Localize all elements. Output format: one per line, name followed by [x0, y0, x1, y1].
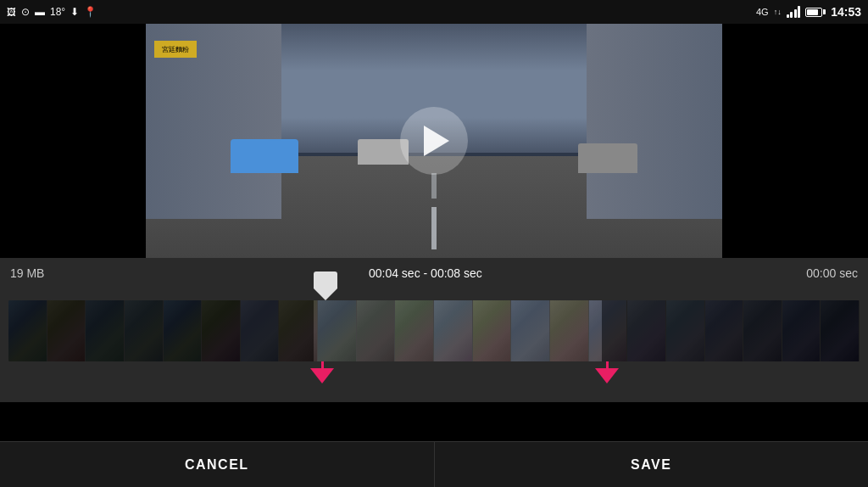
signal-bars-icon [787, 6, 801, 18]
qr-icon: ⊙ [21, 6, 30, 18]
film-frame [705, 300, 744, 361]
playhead-head [314, 271, 337, 288]
photo-icon: 🖼 [7, 7, 16, 17]
film-frame [279, 300, 318, 361]
bottom-bar: CANCEL SAVE [0, 441, 868, 487]
line-icon: ▬ [35, 6, 45, 18]
film-frame [47, 300, 86, 361]
status-time: 14:53 [831, 5, 861, 19]
film-frame [511, 300, 550, 361]
video-thumbnail: 宮廷麵粉 [146, 24, 722, 258]
trim-handle-left[interactable] [310, 361, 334, 383]
film-frame [125, 300, 164, 361]
film-frame [164, 300, 203, 361]
film-frame [473, 300, 512, 361]
playhead-arrow [314, 288, 337, 300]
film-frame [8, 300, 47, 361]
film-frame [743, 300, 782, 361]
video-area: 宮廷麵粉 [0, 24, 868, 258]
film-frame [357, 300, 396, 361]
film-frame [434, 300, 473, 361]
battery-icon [805, 8, 826, 17]
status-bar-left: 🖼 ⊙ ▬ 18° ⬇ 📍 [7, 6, 97, 18]
filmstrip [8, 300, 860, 361]
timeline-info-bar: 19 MB 00:04 sec - 00:08 sec 00:00 sec [0, 258, 868, 288]
play-button[interactable] [400, 107, 468, 175]
save-button[interactable]: SAVE [435, 442, 869, 487]
film-frame [241, 300, 280, 361]
playhead[interactable] [314, 271, 337, 300]
play-icon [424, 126, 449, 156]
status-bar: 🖼 ⊙ ▬ 18° ⬇ 📍 4G ↑↓ 14:53 [0, 0, 868, 24]
timeline-area: 19 MB 00:04 sec - 00:08 sec 00:00 sec [0, 258, 868, 402]
film-frame [550, 300, 589, 361]
cancel-button[interactable]: CANCEL [0, 442, 434, 487]
film-frame [395, 300, 434, 361]
temp-icon: 18° [50, 6, 65, 18]
network-label: 4G [756, 7, 769, 17]
film-frame [666, 300, 705, 361]
film-frame [589, 300, 628, 361]
duration-label: 00:00 sec [806, 266, 858, 280]
status-bar-right: 4G ↑↓ 14:53 [756, 5, 861, 19]
time-range-label: 00:04 sec - 00:08 sec [369, 266, 482, 280]
trim-handle-right[interactable] [595, 361, 619, 383]
playhead-container [0, 288, 868, 300]
signal-up-icon: ↑↓ [774, 8, 782, 16]
filmstrip-container[interactable] [8, 300, 860, 361]
download-icon: ⬇ [70, 6, 79, 18]
film-frame [821, 300, 860, 361]
film-frame [318, 300, 357, 361]
film-frame [782, 300, 821, 361]
file-size-label: 19 MB [10, 266, 44, 280]
film-frame [86, 300, 125, 361]
maps-icon: 📍 [84, 6, 97, 18]
film-frame [202, 300, 241, 361]
trim-handles [8, 361, 860, 387]
film-frame [627, 300, 666, 361]
